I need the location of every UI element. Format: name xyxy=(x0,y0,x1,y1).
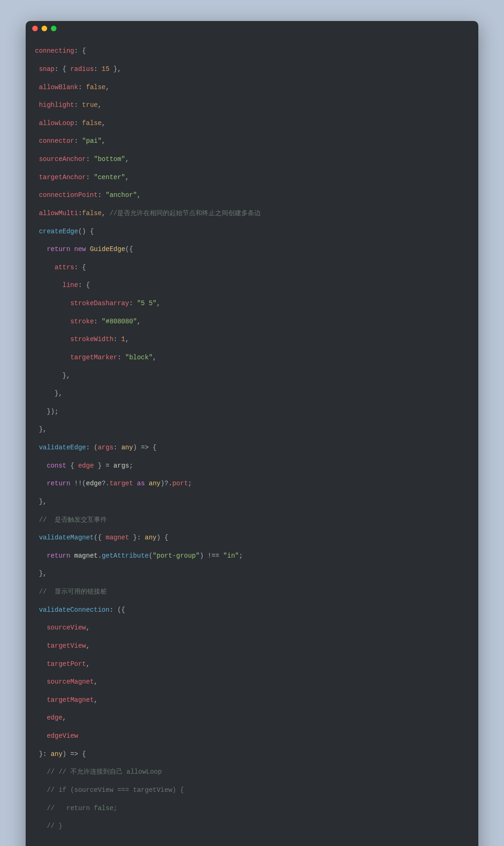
id-source-view: sourceView xyxy=(47,624,86,631)
id-target-port: targetPort xyxy=(47,660,86,668)
tp-any: any xyxy=(145,534,156,541)
kw-as: as xyxy=(137,480,145,487)
prop-connector: connector xyxy=(39,137,74,145)
id-magnet: magnet xyxy=(105,534,129,541)
str-bottom: "bottom" xyxy=(94,155,125,163)
comment-close: // } xyxy=(47,822,63,830)
comment-trigger: // 是否触发交互事件 xyxy=(39,516,107,524)
tp-any: any xyxy=(51,750,63,758)
id-edge: edge xyxy=(86,480,102,487)
kw-new: new xyxy=(74,245,86,253)
id-port: port xyxy=(172,480,188,487)
id-edge: edge xyxy=(47,714,63,721)
prop-line: line xyxy=(63,281,78,289)
str-port-group: "port-group" xyxy=(153,552,200,559)
fn-validate-edge: validateEdge xyxy=(39,444,86,451)
titlebar xyxy=(26,21,478,36)
prop-target-anchor: targetAnchor xyxy=(39,174,86,181)
prop-stroke: stroke xyxy=(70,318,94,325)
prop-stroke-width: strokeWidth xyxy=(70,336,113,343)
str-anchor: "anchor" xyxy=(105,191,137,199)
prop-attrs: attrs xyxy=(55,264,74,271)
num-15: 15 xyxy=(102,65,110,73)
prop-allow-loop: allowLoop xyxy=(39,119,74,127)
str-center: "center" xyxy=(94,174,125,181)
id-edge: edge xyxy=(78,462,94,469)
id-source-magnet: sourceMagnet xyxy=(47,678,94,685)
fn-create-edge: createEdge xyxy=(39,228,78,235)
str-color: "#808080" xyxy=(102,318,137,325)
code-area[interactable]: connecting: { snap: { radius: 15 }, allo… xyxy=(26,36,478,846)
num-1: 1 xyxy=(121,336,125,343)
window-minimize-button[interactable] xyxy=(42,26,47,31)
prop-connecting: connecting xyxy=(35,47,74,55)
prop-allow-multi: allowMulti xyxy=(39,210,78,217)
window-close-button[interactable] xyxy=(32,26,38,31)
id-target-magnet: targetMagnet xyxy=(47,696,94,704)
comment-allow-multi: //是否允许在相同的起始节点和终止之间创建多条边 xyxy=(110,210,261,217)
prop-allow-blank: allowBlank xyxy=(39,84,78,91)
id-args: args xyxy=(113,462,129,469)
str-in: "in" xyxy=(223,552,239,559)
prop-source-anchor: sourceAnchor xyxy=(39,155,86,163)
id-magnet: magnet xyxy=(74,552,98,559)
fn-validate-connection: validateConnection xyxy=(39,606,109,614)
comment-ret-false: // return false; xyxy=(47,804,117,812)
fn-validate-magnet: validateMagnet xyxy=(39,534,94,541)
kw-return: return xyxy=(47,245,70,253)
str-pai: "pai" xyxy=(82,137,102,145)
tp-any: any xyxy=(149,480,161,487)
prop-highlight: highlight xyxy=(39,101,74,109)
prop-dash: strokeDasharray xyxy=(70,300,129,307)
kw-return: return xyxy=(47,480,70,487)
bool-false: false xyxy=(82,210,102,217)
cls-guide-edge: GuideEdge xyxy=(90,245,126,253)
window-zoom-button[interactable] xyxy=(51,26,56,31)
fn-get-attr: getAttribute xyxy=(102,552,149,559)
prop-connection-point: connectionPoint xyxy=(39,191,98,199)
id-target-view: targetView xyxy=(47,642,86,650)
str-block: "block" xyxy=(125,354,153,361)
id-args: args xyxy=(98,444,113,451)
comment-show-ports: // 显示可用的链接桩 xyxy=(39,588,107,595)
comment-no-self: // // 不允许连接到自己 allowLoop xyxy=(47,768,161,776)
code-editor-window: connecting: { snap: { radius: 15 }, allo… xyxy=(26,21,478,846)
bool-false: false xyxy=(86,84,105,91)
str-5-5: "5 5" xyxy=(137,300,156,307)
bool-false: false xyxy=(82,119,102,127)
id-target: target xyxy=(110,480,133,487)
id-edge-view: edgeView xyxy=(47,732,78,740)
kw-const: const xyxy=(47,462,66,469)
prop-radius: radius xyxy=(70,65,94,73)
kw-return: return xyxy=(47,552,70,559)
bool-true: true xyxy=(82,101,98,109)
prop-snap: snap xyxy=(39,65,55,73)
comment-if-same: // if (sourceView === targetView) { xyxy=(47,786,184,794)
tp-any: any xyxy=(121,444,133,451)
prop-target-marker: targetMarker xyxy=(70,354,118,361)
